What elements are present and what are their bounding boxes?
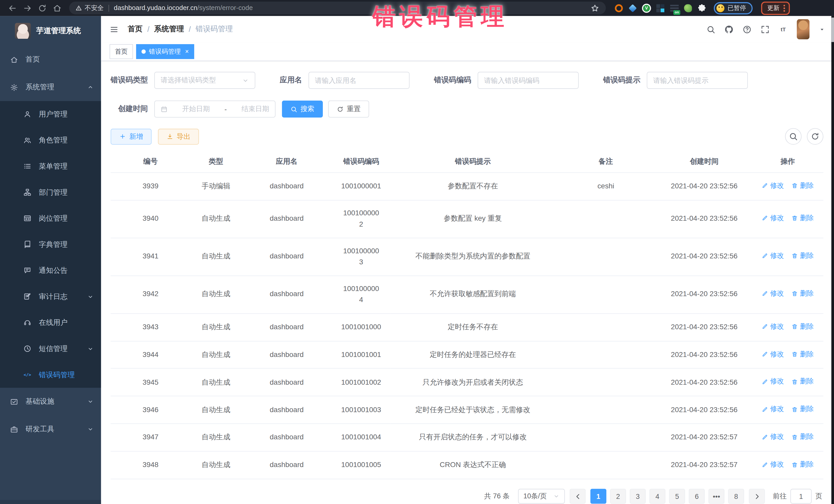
browser-reload-icon[interactable]: [35, 1, 49, 15]
app-name-input[interactable]: [308, 72, 410, 89]
edit-link[interactable]: 修改: [762, 432, 784, 442]
edit-link[interactable]: 修改: [762, 404, 784, 415]
sidebar-item[interactable]: 审计日志: [0, 284, 101, 310]
sidebar-item[interactable]: 短信管理: [0, 336, 101, 362]
extension-key-icon[interactable]: [683, 3, 692, 12]
sidebar-item[interactable]: 岗位管理: [0, 205, 101, 232]
browser-home-icon[interactable]: [50, 1, 64, 15]
sidebar-item[interactable]: 通知公告: [0, 257, 101, 284]
delete-link[interactable]: 删除: [791, 213, 814, 224]
header-search-icon[interactable]: [706, 25, 716, 34]
edit-link[interactable]: 修改: [762, 251, 784, 262]
breadcrumb-home[interactable]: 首页: [128, 24, 142, 34]
extension-list-icon[interactable]: on: [670, 3, 679, 12]
close-icon[interactable]: ×: [185, 48, 189, 56]
search-button[interactable]: 搜索: [282, 101, 323, 117]
page-button[interactable]: 6: [689, 489, 705, 504]
sidebar-item[interactable]: 研发工具: [0, 415, 101, 443]
delete-link[interactable]: 删除: [791, 432, 814, 442]
extension-gem-icon[interactable]: [628, 3, 637, 12]
delete-link[interactable]: 删除: [791, 251, 814, 262]
cell-time: 2021-04-20 23:52:56: [656, 313, 752, 341]
edit-link[interactable]: 修改: [762, 213, 784, 224]
sidebar-item[interactable]: 基础设施: [0, 388, 101, 415]
fullscreen-icon[interactable]: [761, 25, 770, 34]
sidebar-item[interactable]: 角色管理: [0, 127, 101, 153]
extensions-puzzle-icon[interactable]: [697, 3, 706, 12]
delete-link[interactable]: 删除: [791, 349, 814, 359]
edit-link[interactable]: 修改: [762, 288, 784, 299]
address-bar[interactable]: 不安全 dashboard.yudao.iocoder.cn/system/er…: [69, 2, 606, 14]
sidebar-collapse-bar[interactable]: [0, 500, 101, 504]
edit-link[interactable]: 修改: [762, 321, 784, 332]
user-avatar[interactable]: [797, 19, 810, 40]
cell-code: 1001001001: [332, 341, 390, 369]
page-button[interactable]: 2: [610, 489, 626, 504]
edit-pencil-icon: [762, 406, 768, 413]
bookmark-star-icon[interactable]: [591, 3, 599, 12]
sidebar-item[interactable]: 首页: [0, 46, 101, 73]
edit-link[interactable]: 修改: [762, 180, 784, 191]
sidebar-item[interactable]: 菜单管理: [0, 153, 101, 179]
app-logo[interactable]: 芋道管理系统: [0, 16, 101, 46]
refresh-table-button[interactable]: [807, 128, 823, 145]
export-button[interactable]: 导出: [158, 129, 199, 145]
tab-active[interactable]: 错误码管理×: [136, 44, 194, 59]
extension-orange-icon[interactable]: [614, 3, 623, 12]
table-row: 3942自动生成dashboard1001000004不允许获取敏感配置到前端2…: [111, 276, 823, 313]
font-size-icon[interactable]: tT: [778, 25, 788, 34]
delete-link[interactable]: 删除: [791, 404, 814, 415]
tab-item[interactable]: 首页: [110, 44, 133, 59]
page-button[interactable]: 5: [669, 489, 685, 504]
hamburger-icon[interactable]: [110, 25, 118, 34]
browser-back-icon[interactable]: [5, 1, 19, 15]
edit-link[interactable]: 修改: [762, 459, 784, 470]
page-button[interactable]: 8: [728, 489, 744, 504]
delete-link[interactable]: 删除: [791, 180, 814, 191]
sidebar-item[interactable]: 在线用户: [0, 309, 101, 336]
error-code-input[interactable]: [478, 72, 579, 89]
kebab-menu-icon[interactable]: [783, 5, 785, 12]
error-hint-input[interactable]: [647, 72, 748, 89]
sidebar-item[interactable]: 字典管理: [0, 232, 101, 258]
delete-link[interactable]: 删除: [791, 376, 814, 387]
page-button[interactable]: 3: [630, 489, 646, 504]
page-size-select[interactable]: 10条/页: [518, 489, 565, 504]
delete-link[interactable]: 删除: [791, 321, 814, 332]
more-pages-button[interactable]: •••: [708, 489, 724, 504]
not-secure-warning[interactable]: 不安全: [75, 3, 104, 12]
next-page-button[interactable]: [749, 489, 765, 504]
cell-message: 定时任务的处理器已经存在: [390, 341, 555, 369]
sidebar-item[interactable]: 用户管理: [0, 101, 101, 127]
page-button[interactable]: 4: [650, 489, 665, 504]
edit-link[interactable]: 修改: [762, 376, 784, 387]
extension-green-v-icon[interactable]: V: [642, 3, 651, 12]
tab-label: 错误码管理: [149, 47, 181, 56]
scrollbar-thumb[interactable]: [831, 18, 834, 42]
sidebar-item[interactable]: 部门管理: [0, 179, 101, 205]
help-icon[interactable]: [742, 25, 751, 34]
prev-page-button[interactable]: [570, 489, 586, 504]
edit-pencil-icon: [762, 323, 768, 329]
browser-forward-icon[interactable]: [20, 1, 34, 15]
avatar-caret-down-icon[interactable]: [819, 26, 826, 33]
toggle-search-button[interactable]: [785, 128, 802, 145]
github-icon[interactable]: [724, 25, 733, 34]
error-type-select[interactable]: 请选择错误码类型: [154, 72, 255, 89]
goto-page-input[interactable]: [790, 489, 812, 504]
extension-grid-icon[interactable]: [656, 3, 665, 12]
reset-button[interactable]: 重置: [328, 101, 369, 117]
breadcrumb-system[interactable]: 系统管理: [154, 24, 184, 34]
delete-link[interactable]: 删除: [791, 459, 814, 470]
cell-app: dashboard: [241, 341, 332, 369]
update-browser-button[interactable]: 更新: [761, 1, 790, 15]
scrollbar[interactable]: [831, 16, 834, 504]
edit-link[interactable]: 修改: [762, 349, 784, 359]
sidebar-item[interactable]: 系统管理: [0, 73, 101, 101]
add-button[interactable]: 新增: [111, 129, 152, 145]
page-button[interactable]: 1: [591, 489, 607, 504]
delete-link[interactable]: 删除: [791, 288, 814, 299]
paused-extension-chip[interactable]: 已暂停: [714, 2, 752, 14]
sidebar-item[interactable]: </>错误码管理: [0, 361, 101, 388]
date-range-picker[interactable]: 开始日期 - 结束日期: [154, 101, 276, 117]
